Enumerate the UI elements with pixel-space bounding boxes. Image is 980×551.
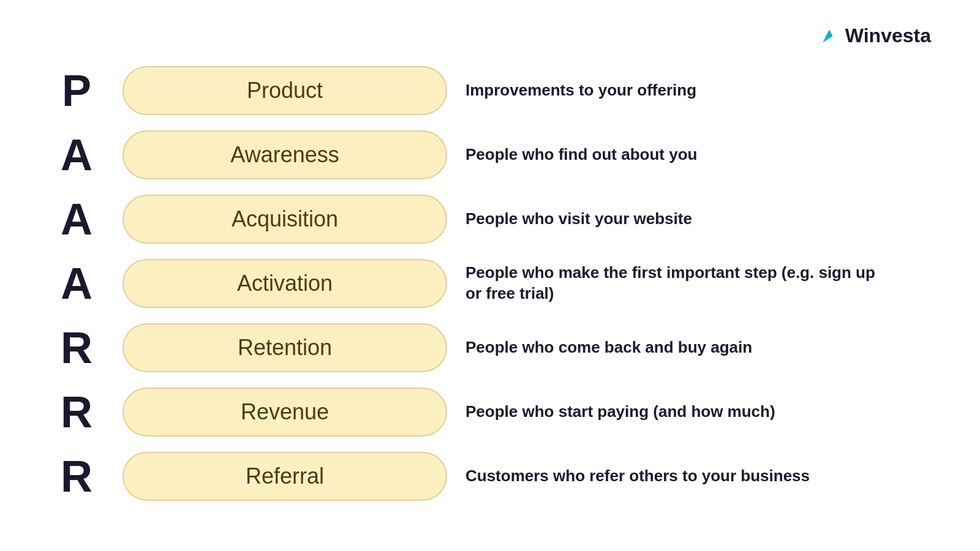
pill-label: Acquisition (232, 206, 338, 232)
framework-letter: A (49, 258, 104, 309)
framework-description: Customers who refer others to your busin… (466, 466, 810, 487)
framework-letter: R (49, 323, 104, 373)
framework-letter: R (49, 387, 104, 437)
winvesta-logo-icon (818, 25, 840, 47)
framework-pill: Awareness (123, 130, 447, 179)
framework-letter: A (49, 194, 104, 244)
framework-row: R Retention People who come back and buy… (49, 318, 931, 377)
framework-row: P Product Improvements to your offering (49, 61, 931, 119)
pill-label: Retention (238, 335, 332, 361)
framework-row: A Acquisition People who visit your webs… (49, 190, 931, 248)
framework-letter: P (49, 66, 104, 116)
framework-pill: Revenue (123, 388, 447, 437)
main-content: P Product Improvements to your offering … (49, 61, 931, 511)
framework-letter: A (49, 130, 104, 180)
logo-area: Winvesta (818, 24, 931, 47)
framework-pill: Product (123, 66, 447, 115)
framework-description: People who find out about you (466, 144, 697, 165)
framework-description: People who start paying (and how much) (466, 402, 775, 422)
framework-description: People who make the first important step… (466, 263, 882, 304)
framework-pill: Acquisition (123, 195, 447, 244)
pill-label: Product (247, 78, 323, 103)
framework-pill: Referral (123, 452, 447, 501)
framework-row: R Revenue People who start paying (and h… (49, 383, 931, 441)
framework-pill: Retention (123, 323, 447, 372)
framework-row: A Awareness People who find out about yo… (49, 126, 931, 184)
pill-label: Revenue (241, 399, 329, 425)
logo-text: Winvesta (845, 24, 931, 47)
framework-description: Improvements to your offering (466, 80, 696, 101)
pill-label: Awareness (230, 142, 339, 168)
framework-letter: R (49, 451, 104, 501)
framework-description: People who come back and buy again (466, 337, 752, 358)
pill-label: Activation (237, 271, 333, 296)
framework-row: A Activation People who make the first i… (49, 254, 931, 312)
framework-pill: Activation (123, 259, 447, 308)
framework-description: People who visit your website (466, 209, 692, 230)
framework-row: R Referral Customers who refer others to… (49, 447, 931, 505)
pill-label: Referral (246, 463, 324, 489)
svg-marker-0 (823, 29, 832, 43)
